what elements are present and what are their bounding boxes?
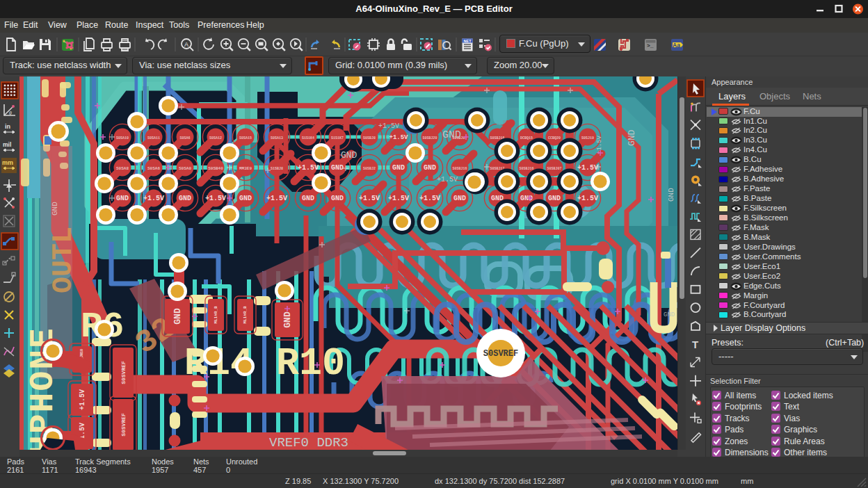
svg-text:+1.5V: +1.5V (378, 122, 399, 130)
svg-text:T: T (692, 339, 698, 350)
svg-text:S0SVREF: S0SVREF (120, 413, 127, 437)
svg-text:ML1#R_B: ML1#R_B (243, 306, 248, 324)
svg-text:GND: GND (453, 195, 466, 202)
svg-text:S0SA8: S0SA8 (116, 166, 129, 171)
svg-text:OUTL: OUTL (48, 227, 79, 293)
svg-text:+1.5V: +1.5V (298, 164, 319, 172)
svg-text:S0SJ19: S0SJ19 (581, 136, 594, 140)
svg-text:θ: θ (9, 111, 12, 115)
svg-text:S9SB40: S9SB40 (208, 166, 223, 171)
svg-text:+1.5V: +1.5V (359, 195, 380, 202)
svg-text:GND: GND (51, 202, 59, 215)
svg-text:ML1#R_B: ML1#R_B (214, 306, 218, 324)
svg-text:GND: GND (424, 164, 436, 172)
svg-text:GND: GND (392, 164, 405, 172)
svg-text:A: A (184, 41, 188, 48)
svg-text:MM3E9: MM3E9 (239, 166, 252, 171)
svg-text:+1.5V: +1.5V (388, 195, 409, 202)
svg-text:S0SA6: S0SA6 (147, 166, 160, 171)
svg-text:+1.5V: +1.5V (596, 135, 603, 154)
svg-text:S0SBJ20: S0SBJ20 (422, 136, 437, 140)
svg-text:mil: mil (3, 141, 11, 148)
svg-text:GND: GND (172, 308, 183, 325)
svg-text:+1.5V: +1.5V (577, 195, 598, 202)
svg-text:DCBQ15: DCBQ15 (520, 136, 533, 140)
svg-text:VREF0 DDR3: VREF0 DDR3 (269, 435, 348, 450)
svg-text:S0SBJ8: S0SBJ8 (363, 136, 376, 140)
svg-text:GND: GND (302, 195, 314, 202)
svg-text:CCBQ20: CCBQ20 (548, 136, 561, 140)
svg-text:+1.5V: +1.5V (266, 195, 287, 202)
svg-text:S1S1K7: S1S1K7 (331, 136, 344, 140)
svg-text:S0SA15: S0SA15 (239, 136, 252, 140)
svg-text:S1SBJ8: S1SBJ8 (271, 167, 283, 171)
svg-text:GND: GND (331, 164, 344, 172)
svg-text:+1.5V: +1.5V (143, 195, 164, 202)
svg-text:+1.5V: +1.5V (577, 164, 598, 172)
svg-text:GND: GND (667, 188, 675, 202)
svg-text:mm: mm (2, 159, 13, 166)
svg-text:GND: GND (442, 129, 461, 141)
svg-text:S0SBJ16: S0SBJ16 (452, 167, 467, 171)
svg-text:+1.5V: +1.5V (389, 134, 408, 141)
svg-text:S0SA6: S0SA6 (179, 136, 190, 140)
svg-text:+1.5V: +1.5V (437, 176, 458, 184)
svg-text:S0SA13: S0SA13 (271, 136, 283, 140)
svg-text:Aa: Aa (673, 42, 680, 49)
svg-text:GND: GND (116, 195, 129, 202)
svg-text:S0SA12: S0SA12 (209, 136, 222, 140)
svg-text:GND: GND (664, 311, 675, 318)
svg-text:GND: GND (627, 129, 637, 146)
svg-text:GND: GND (239, 195, 252, 202)
svg-text:+1.5V: +1.5V (205, 195, 226, 202)
svg-text:GND: GND (341, 150, 357, 161)
svg-text:+1.5V: +1.5V (419, 195, 440, 202)
svg-text:+1.5V: +1.5V (79, 389, 86, 410)
svg-text:S0SBJ16: S0SBJ16 (519, 167, 533, 171)
svg-text:S0SBJ07: S0SBJ07 (547, 167, 561, 171)
svg-text:GND: GND (548, 195, 561, 202)
svg-text:GND: GND (179, 195, 191, 202)
svg-text:in: in (5, 123, 10, 130)
svg-text:S0SA10: S0SA10 (116, 136, 129, 140)
svg-text:S1S1K4: S1S1K4 (302, 136, 314, 140)
svg-text:S0SVREF: S0SVREF (483, 349, 518, 359)
svg-text:GND: GND (282, 311, 293, 328)
svg-text:S0SA11: S0SA11 (147, 136, 160, 140)
svg-text:S0SBJ2: S0SBJ2 (363, 167, 376, 171)
svg-text:>_: >_ (647, 42, 654, 49)
svg-text:GND: GND (331, 195, 344, 202)
svg-text:S0SA0: S0SA0 (179, 166, 191, 171)
svg-text:S0SVREF: S0SVREF (120, 361, 127, 384)
svg-text:NET: NET (464, 39, 472, 43)
